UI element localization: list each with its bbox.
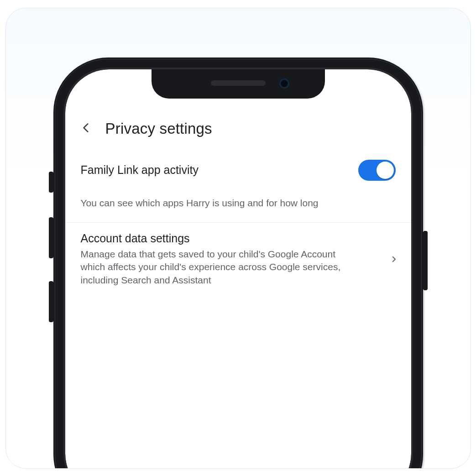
family-link-title: Family Link app activity xyxy=(81,163,199,177)
account-data-text: Account data settings Manage data that g… xyxy=(81,232,381,287)
app-bar: Privacy settings xyxy=(65,106,411,152)
family-link-row: Family Link app activity xyxy=(81,160,396,181)
back-button[interactable] xyxy=(77,120,95,138)
outer-card: Privacy settings Family Link app activit… xyxy=(5,8,471,469)
chevron-right-icon xyxy=(387,253,400,266)
app-root: Privacy settings Family Link app activit… xyxy=(65,69,411,469)
phone-side-button-power xyxy=(423,231,428,290)
chevron-left-icon xyxy=(80,122,92,136)
phone-screen: Privacy settings Family Link app activit… xyxy=(65,69,411,469)
account-data-subtitle: Manage data that gets saved to your chil… xyxy=(81,248,345,287)
phone-frame: Privacy settings Family Link app activit… xyxy=(53,58,423,469)
page-title: Privacy settings xyxy=(105,120,212,137)
toggle-knob xyxy=(377,162,394,179)
phone-side-button-vol-up xyxy=(49,217,53,258)
family-link-description: You can see which apps Harry is using an… xyxy=(81,196,396,209)
family-link-toggle[interactable] xyxy=(358,160,396,181)
phone-side-button-vol-down xyxy=(49,281,53,322)
family-link-section: Family Link app activity You can see whi… xyxy=(65,152,411,223)
phone-side-button-mute xyxy=(49,172,53,193)
account-data-title: Account data settings xyxy=(81,232,381,245)
account-data-row[interactable]: Account data settings Manage data that g… xyxy=(65,223,411,296)
